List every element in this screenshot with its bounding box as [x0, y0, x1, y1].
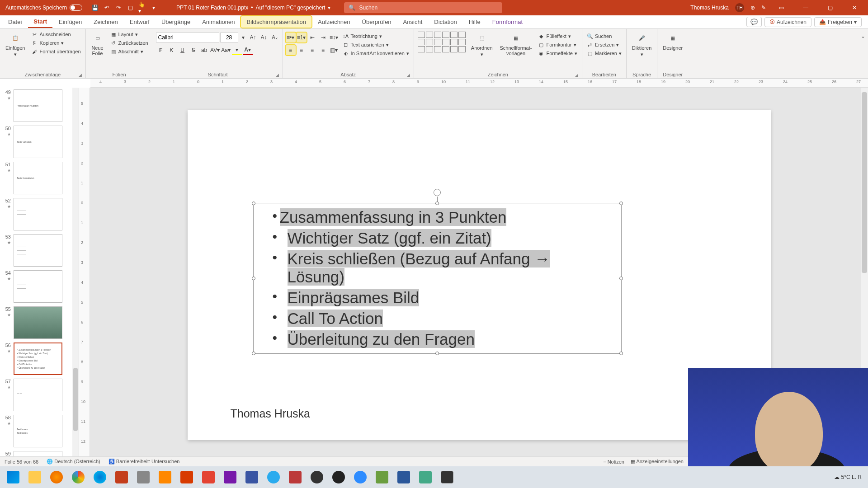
redo-icon[interactable]: ↷ — [115, 4, 122, 11]
app-icon[interactable] — [415, 468, 436, 486]
decrease-font-icon[interactable]: A↓ — [259, 33, 269, 42]
select-button[interactable]: ⬚Markieren▾ — [585, 50, 623, 57]
shape-outline-button[interactable]: ▢Formkontur▾ — [536, 41, 579, 48]
tab-datei[interactable]: Datei — [3, 16, 27, 28]
resize-handle[interactable] — [619, 352, 623, 355]
ruler-vertical[interactable]: 54321012345678910111213 — [79, 88, 90, 465]
cut-button[interactable]: ✂Ausschneiden — [29, 31, 82, 38]
tab-ueberpruefen[interactable]: Überprüfen — [357, 16, 397, 28]
thumbs-scrollbar[interactable] — [72, 88, 79, 465]
arrange-button[interactable]: ⬚Anordnen▾ — [468, 31, 495, 58]
ruler-horizontal[interactable]: 4321012345678910111213141516171819202122… — [90, 79, 868, 88]
decrease-indent-button[interactable]: ⇤ — [307, 33, 317, 42]
strike-button[interactable]: S̶ — [189, 45, 198, 55]
touch-mode-icon[interactable]: 👆▾ — [138, 4, 146, 11]
copy-button[interactable]: ⎘Kopieren▾ — [29, 39, 82, 47]
bullet-item[interactable]: Kreis schließen (Bezug auf Anfang → Lösu… — [267, 249, 608, 287]
app-icon[interactable] — [372, 468, 392, 486]
font-size-input[interactable] — [220, 33, 238, 42]
explorer-icon[interactable] — [24, 468, 45, 486]
underline-button[interactable]: U — [178, 45, 188, 55]
save-icon[interactable]: 💾 — [91, 4, 99, 11]
user-name[interactable]: Thomas Hruska — [690, 5, 729, 11]
tab-start[interactable]: Start — [28, 16, 52, 28]
accessibility-status[interactable]: ♿ Barrierefreiheit: Untersuchen — [108, 459, 180, 465]
bullet-item[interactable]: Einprägsames Bild — [267, 287, 608, 308]
app-icon[interactable] — [176, 468, 197, 486]
columns-button[interactable]: ▥▾ — [329, 45, 339, 55]
collapse-ribbon-icon[interactable]: ⌄ — [861, 33, 865, 39]
resize-handle[interactable] — [619, 277, 623, 280]
section-button[interactable]: ▤Abschnitt▾ — [108, 48, 150, 55]
tab-zeichnen[interactable]: Zeichnen — [88, 16, 123, 28]
text-direction-button[interactable]: ↕ATextrichtung▾ — [341, 33, 411, 40]
bullet-item[interactable]: Wichtiger Satz (ggf. ein Zitat) — [267, 228, 608, 249]
launcher-icon[interactable]: ◢ — [407, 73, 410, 77]
undo-icon[interactable]: ↶ — [103, 4, 110, 11]
powerpoint-icon[interactable] — [111, 468, 132, 486]
tab-einfuegen[interactable]: Einfügen — [53, 16, 87, 28]
bullet-item[interactable]: Überleitung zu den Fragen — [267, 329, 608, 350]
tab-entwurf[interactable]: Entwurf — [124, 16, 155, 28]
rotate-handle[interactable] — [434, 189, 441, 196]
maximize-icon[interactable]: ▢ — [821, 0, 839, 15]
search-box[interactable]: 🔍 Suchen — [344, 2, 502, 13]
weather-widget[interactable]: ☁ 5°C L. R — [834, 474, 862, 480]
app-icon[interactable] — [285, 468, 306, 486]
font-size-dropdown[interactable]: ▾ — [239, 33, 247, 42]
user-avatar[interactable]: TH — [735, 3, 744, 12]
pen-icon[interactable]: ✎ — [761, 5, 766, 11]
visio-icon[interactable] — [241, 468, 262, 486]
tab-ansicht[interactable]: Ansicht — [398, 16, 428, 28]
resize-handle[interactable] — [435, 352, 439, 355]
todoist-icon[interactable] — [198, 468, 219, 486]
slide-thumbnails[interactable]: 49★Präsentation / Kasten50★Texte vorlege… — [0, 88, 79, 465]
obs-icon[interactable] — [307, 468, 327, 486]
thumb-slide-57[interactable]: 57★— —— — — [0, 377, 72, 413]
tab-bildschirmpraesentation[interactable]: Bildschirmpräsentation — [241, 16, 311, 28]
launcher-icon[interactable]: ◢ — [575, 73, 578, 77]
justify-button[interactable]: ≡ — [318, 45, 328, 55]
tab-hilfe[interactable]: Hilfe — [463, 16, 486, 28]
align-right-button[interactable]: ≡ — [307, 45, 317, 55]
slideshow-icon[interactable]: ▢ — [127, 4, 134, 11]
system-tray[interactable]: ☁ 5°C L. R — [834, 474, 865, 480]
shadow-button[interactable]: ab — [199, 45, 209, 55]
launcher-icon[interactable]: ◢ — [79, 73, 82, 77]
format-painter-button[interactable]: 🖌Format übertragen — [29, 48, 82, 55]
numbering-button[interactable]: ≡1▾ — [297, 33, 307, 42]
zoom-icon[interactable] — [350, 468, 371, 486]
replace-button[interactable]: ⇄Ersetzen▾ — [585, 41, 623, 48]
app-icon[interactable] — [133, 468, 154, 486]
thumb-slide-56[interactable]: 56★• Zusammenfassung in 3 Punkten• Wicht… — [0, 341, 72, 377]
content-textbox[interactable]: Zusammenfassung in 3 Punkten Wichtiger S… — [253, 203, 622, 354]
thumb-slide-55[interactable]: 55★ — [0, 305, 72, 341]
thumb-slide-54[interactable]: 54★———————— — [0, 268, 72, 305]
italic-button[interactable]: K — [167, 45, 177, 55]
launcher-icon[interactable]: ◢ — [276, 73, 279, 77]
tab-formformat[interactable]: Formformat — [487, 16, 528, 28]
firefox-icon[interactable] — [46, 468, 67, 486]
smartart-button[interactable]: ⬖In SmartArt konvertieren▾ — [341, 50, 411, 57]
display-settings-button[interactable]: ▦ Anzeigeeinstellungen — [631, 459, 684, 465]
font-color-button[interactable]: A▾ — [243, 45, 253, 55]
notes-button[interactable]: ≡ Notizen — [603, 459, 624, 465]
minimize-icon[interactable]: — — [797, 0, 815, 15]
edge-icon[interactable] — [90, 468, 110, 486]
change-case-button[interactable]: Aa▾ — [221, 45, 231, 55]
increase-font-icon[interactable]: A↑ — [248, 33, 258, 42]
close-icon[interactable]: ✕ — [845, 0, 863, 15]
tab-dictation[interactable]: Dictation — [429, 16, 462, 28]
record-button[interactable]: ⦿Aufzeichnen — [764, 17, 811, 27]
shape-effects-button[interactable]: ◉Formeffekte▾ — [536, 50, 579, 57]
layout-button[interactable]: ▦Layout▾ — [108, 31, 150, 38]
bullet-item[interactable]: Zusammenfassung in 3 Punkten — [267, 207, 608, 228]
quick-styles-button[interactable]: ▦Schnellformat- vorlagen — [497, 31, 535, 57]
bullets-button[interactable]: ≡•▾ — [286, 33, 296, 42]
align-center-button[interactable]: ≡ — [297, 45, 307, 55]
dictate-button[interactable]: 🎤Diktieren▾ — [629, 31, 654, 58]
char-spacing-button[interactable]: AV▾ — [210, 45, 220, 55]
line-spacing-button[interactable]: ≡↕▾ — [329, 33, 339, 42]
new-slide-button[interactable]: ▭Neue Folie — [89, 31, 107, 57]
designer-button[interactable]: ▦Designer — [660, 31, 685, 52]
